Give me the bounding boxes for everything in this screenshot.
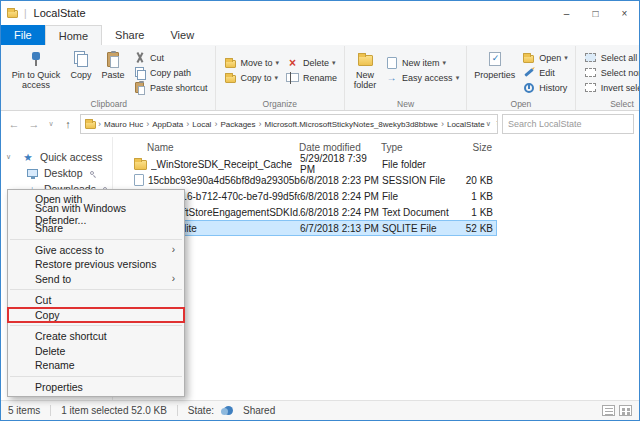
chevron-down-icon: ▾ [564,54,568,62]
menu-item-send-to[interactable]: Send to › [8,272,184,287]
cut-button[interactable]: Cut [129,50,211,65]
forward-button[interactable]: → [26,118,42,130]
cut-label: Cut [150,53,164,63]
menu-item-label: Copy [35,309,60,321]
statusbar-divider [50,405,51,416]
breadcrumb-chevron[interactable]: › [257,119,264,129]
breadcrumb-chevron[interactable]: › [144,119,151,129]
easy-access-button[interactable]: → Easy access ▾ [381,70,462,85]
history-button[interactable]: History [518,80,571,95]
menu-item-restore-previous-versions[interactable]: Restore previous versions [8,257,184,272]
menu-item-scan-with-windows-defender[interactable]: Scan with Windows Defender... [8,207,184,222]
copy-path-button[interactable]: Copy path [129,65,211,80]
sidebar-item-quick-access[interactable]: ∨ ★ Quick access [1,149,112,165]
minimize-button[interactable]: – [552,1,581,25]
file-type: File folder [382,159,458,170]
clipboard-group-label: Clipboard [3,99,215,109]
search-input[interactable] [502,114,634,134]
window-controls: – □ × [552,1,639,25]
move-to-button[interactable]: Move to ▾ [220,55,283,70]
delete-button[interactable]: × Delete ▾ [282,55,340,70]
file-row[interactable]: 15cbbc93e90a4d56bf8d9a29305b8981... 6/8/… [117,172,497,188]
breadcrumb-chevron[interactable]: › [439,119,446,129]
column-header-name[interactable]: Name [117,142,299,153]
file-size: 20 KB [458,175,496,186]
details-view-toggle-icon[interactable] [602,405,615,416]
menu-item-delete[interactable]: Delete [8,344,184,359]
tab-share[interactable]: Share [102,25,157,45]
file-type: Text Document [382,207,458,218]
copy-path-label: Copy path [150,68,191,78]
file-size: 1 KB [458,207,496,218]
tab-home[interactable]: Home [45,25,102,45]
new-item-button[interactable]: New item ▾ [381,55,462,70]
thumbnails-view-toggle-icon[interactable] [619,405,632,416]
chevron-down-icon[interactable]: ∨ [6,153,11,161]
new-folder-button[interactable]: New folder [349,47,381,98]
menu-item-properties[interactable]: Properties [8,380,184,395]
file-list: Name Date modified Type Size _WinStoreSD… [113,137,639,400]
file-row[interactable]: _WinStoreSDK_Receipt_Cache 5/29/2018 7:3… [117,156,497,172]
breadcrumb-segment[interactable]: Microsoft.MicrosoftStickyNotes_8wekyb3d8… [264,120,439,129]
tab-file[interactable]: File [1,25,45,45]
file-date: 6/8/2018 2:24 PM [300,191,382,202]
breadcrumb-segment[interactable]: Local [191,120,212,129]
up-button[interactable]: ↑ [60,118,76,130]
refresh-icon[interactable]: ↻ [496,119,498,130]
menu-item-give-access-to[interactable]: Give access to › [8,243,184,258]
menu-item-rename[interactable]: Rename [8,358,184,373]
select-all-button[interactable]: Select all [580,50,640,65]
edit-label: Edit [539,68,555,78]
select-all-label: Select all [601,53,638,63]
edit-pencil-icon [524,68,534,77]
close-button[interactable]: × [610,1,639,25]
breadcrumb-chevron[interactable]: › [96,119,103,129]
paste-button[interactable]: Paste [97,47,129,98]
quick-access-toolbar-divider: | [24,8,27,19]
edit-button[interactable]: Edit [518,65,571,80]
address-dropdown-icon[interactable]: ∨ [486,120,491,128]
invert-selection-icon [585,83,596,92]
ribbon: Pin to Quick access Copy Paste Cut [1,45,639,111]
recent-locations-button[interactable]: ∨ [46,120,56,128]
menu-item-label: Delete [35,345,65,357]
open-label: Open [539,53,561,63]
copy-to-button[interactable]: Copy to ▾ [220,70,283,85]
back-button[interactable]: ← [6,118,22,130]
move-to-label: Move to [241,58,273,68]
menu-item-copy[interactable]: Copy [8,308,184,323]
rename-button[interactable]: Rename [282,70,340,85]
properties-label: Properties [474,70,515,80]
address-bar[interactable]: › Mauro Huc › AppData › Local › Packages… [80,114,498,134]
context-menu: Open with Scan with Windows Defender... … [7,189,185,397]
paste-shortcut-label: Paste shortcut [150,83,208,93]
pin-to-quick-access-button[interactable]: Pin to Quick access [7,47,65,98]
menu-item-cut[interactable]: Cut [8,293,184,308]
sidebar-item-desktop[interactable]: Desktop [1,165,112,181]
breadcrumb-segment[interactable]: AppData [151,120,184,129]
pin-icon [30,51,42,68]
invert-selection-button[interactable]: Invert selection [580,80,640,95]
maximize-button[interactable]: □ [581,1,610,25]
breadcrumb-chevron[interactable]: › [212,119,219,129]
column-header-size[interactable]: Size [457,142,495,153]
shared-state-icon [224,406,233,415]
select-none-button[interactable]: Select none [580,65,640,80]
new-group-label: New [345,99,466,109]
breadcrumb-chevron[interactable]: › [184,119,191,129]
breadcrumb-segment[interactable]: Mauro Huc [103,120,144,129]
menu-separator [10,325,182,326]
file-date: 6/7/2018 2:13 PM [300,223,382,234]
paste-shortcut-button[interactable]: Paste shortcut [129,80,211,95]
breadcrumb-segment[interactable]: Packages [219,120,256,129]
open-button[interactable]: Open ▾ [518,50,571,65]
copy-button[interactable]: Copy [65,47,97,98]
menu-item-create-shortcut[interactable]: Create shortcut [8,329,184,344]
properties-button[interactable]: Properties [471,47,518,98]
column-header-date-modified[interactable]: Date modified [299,142,381,153]
tab-view[interactable]: View [157,25,207,45]
breadcrumb-segment[interactable]: LocalState [446,120,486,129]
column-header-type[interactable]: Type [381,142,457,153]
open-folder-icon [523,55,534,63]
chevron-down-icon: ▾ [275,74,279,82]
